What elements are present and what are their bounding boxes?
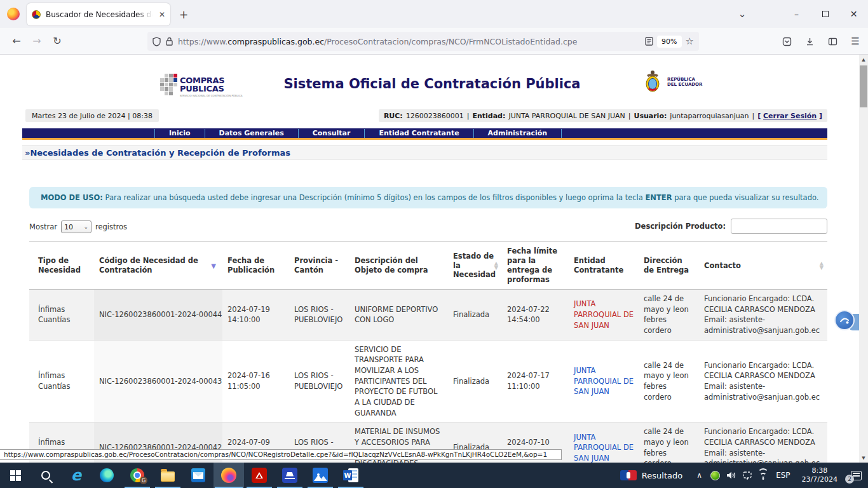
- new-tab-button[interactable]: +: [175, 6, 192, 23]
- entidad-link[interactable]: JUNTA PARROQUIAL DE SAN JUAN: [574, 299, 634, 329]
- taskbar-internet-explorer[interactable]: e: [61, 463, 92, 488]
- nav-item-consultar[interactable]: Consultar: [298, 129, 365, 138]
- save-to-pocket-icon[interactable]: [778, 32, 796, 50]
- window-close-button[interactable]: ✕: [839, 0, 868, 28]
- taskbar-file-explorer[interactable]: [153, 463, 183, 488]
- nav-item-inicio[interactable]: Inicio: [154, 129, 205, 138]
- ruc-label: RUC:: [384, 112, 403, 120]
- session-info-bar: RUC: 1260023860001 | Entidad: JUNTA PARR…: [379, 109, 827, 122]
- cast-device-icon[interactable]: [739, 463, 755, 488]
- col-header-estado[interactable]: Estado de la Necesidad▲▼: [448, 242, 502, 290]
- language-indicator[interactable]: ESP: [771, 471, 795, 480]
- col-header-entidad[interactable]: Entidad Contratante: [569, 242, 639, 290]
- nav-item-datos-generales[interactable]: Datos Generales: [205, 129, 298, 138]
- menu-hamburger-icon[interactable]: ☰: [846, 32, 864, 50]
- col-header-fecha-publicacion[interactable]: Fecha de Publicación: [222, 242, 289, 290]
- reader-view-icon[interactable]: [645, 37, 653, 46]
- forward-button[interactable]: →: [27, 32, 47, 51]
- sort-both-icon[interactable]: ▲▼: [494, 261, 498, 270]
- date-time-bar: Martes 23 de Julio de 2024 | 08:38: [25, 109, 159, 122]
- results-table: Tipo de Necesidad Código de Necesidad de…: [29, 241, 827, 463]
- col-header-provincia[interactable]: Provincia - Cantón: [289, 242, 349, 290]
- taskbar-word[interactable]: W: [336, 463, 366, 488]
- taskbar-acrobat[interactable]: [244, 463, 275, 488]
- taskbar-search-button[interactable]: [31, 463, 61, 488]
- entidad-link[interactable]: JUNTA PARROQUIAL DE SAN JUAN: [574, 366, 634, 396]
- col-header-descripcion[interactable]: Descripción del Objeto de compra: [349, 242, 448, 290]
- ruc-value: 1260023860001: [406, 112, 464, 120]
- logo-mosaic-icon: [160, 74, 177, 102]
- col-header-codigo[interactable]: Código de Necesidad de Contratación▼: [94, 242, 222, 290]
- lock-icon[interactable]: [166, 37, 173, 46]
- col-header-tipo[interactable]: Tipo de Necesidad: [29, 242, 94, 290]
- tab-close-icon[interactable]: ✕: [159, 10, 165, 19]
- separator: |: [628, 112, 631, 120]
- file-explorer-icon: [161, 471, 175, 482]
- taskbar-firefox-active[interactable]: [214, 463, 244, 488]
- logout-link[interactable]: [ Cerrar Sesión ]: [757, 112, 822, 120]
- antivirus-tray-icon[interactable]: [707, 463, 723, 488]
- scrollbar-thumb[interactable]: [860, 65, 867, 107]
- vertical-scrollbar[interactable]: ▲ ▼: [859, 55, 868, 463]
- taskbar-scanner-app[interactable]: [275, 463, 305, 488]
- zoom-level-badge[interactable]: 90%: [657, 36, 681, 48]
- news-widget-label[interactable]: Resultado: [642, 471, 682, 480]
- volume-icon[interactable]: [723, 463, 739, 488]
- url-text[interactable]: https://www.compraspublicas.gob.ec/Proce…: [178, 37, 645, 46]
- taskbar-clock[interactable]: 8:38 23/7/2024: [796, 466, 844, 484]
- reload-button[interactable]: ↻: [47, 32, 67, 51]
- sidebars-icon[interactable]: [824, 32, 841, 50]
- cell-direccion: calle 24 de mayo y leon febres cordero: [639, 290, 699, 341]
- nav-item-entidad-contratante[interactable]: Entidad Contratante: [364, 129, 473, 138]
- cell-fecha-publicacion: 2024-07-19 14:10:00: [222, 290, 289, 341]
- windows-taskbar: e G W Resultado ∧: [0, 463, 868, 488]
- separator: |: [467, 112, 470, 120]
- taskbar-photos[interactable]: [305, 463, 336, 488]
- url-bar[interactable]: https://www.compraspublicas.gob.ec/Proce…: [147, 32, 699, 51]
- firefox-view-icon[interactable]: [7, 8, 20, 20]
- window-maximize-button[interactable]: [811, 0, 839, 28]
- col-header-direccion[interactable]: Dirección de Entrega: [639, 242, 699, 290]
- wifi-icon[interactable]: [755, 463, 771, 488]
- browser-tab[interactable]: Buscador de Necesidades de Co ✕: [27, 3, 170, 25]
- sort-both-icon[interactable]: ▲▼: [820, 261, 824, 270]
- page-heading-bar: »Necesidades de Contratación y Recepción…: [22, 146, 827, 159]
- cell-entidad: JUNTA PARROQUIAL DE SAN JUAN: [569, 290, 639, 341]
- usage-tail: para que pueda visualizar su resultado.: [672, 193, 819, 202]
- scanner-app-icon: [282, 468, 297, 483]
- taskbar-edge[interactable]: [92, 463, 122, 488]
- tab-favicon-icon: [32, 10, 41, 19]
- col-header-contacto[interactable]: Contacto▲▼: [699, 242, 827, 290]
- list-tabs-icon[interactable]: ⌄: [731, 0, 754, 28]
- back-button[interactable]: ←: [6, 32, 27, 51]
- window-minimize-button[interactable]: –: [782, 0, 811, 28]
- col-header-fecha-limite[interactable]: Fecha límite para la entrega de proforma…: [502, 242, 569, 290]
- tracking-shield-icon[interactable]: [153, 37, 161, 46]
- records-per-page-value: 10: [64, 223, 73, 231]
- floating-widget-button[interactable]: [834, 310, 855, 330]
- records-per-page-select[interactable]: 10 ⌄: [61, 220, 92, 233]
- cell-tipo: Ínfimas Cuantías: [29, 340, 94, 423]
- firefox-icon: [221, 468, 236, 483]
- tray-chevron-up-icon[interactable]: ∧: [691, 463, 707, 488]
- usage-enter-label: ENTER: [645, 193, 672, 202]
- bookmark-star-icon[interactable]: ☆: [686, 36, 694, 47]
- start-button[interactable]: [0, 463, 31, 488]
- notification-center-button[interactable]: 2: [844, 463, 868, 488]
- browser-titlebar: Buscador de Necesidades de Co ✕ + ⌄ – ✕: [0, 0, 868, 28]
- taskbar-chrome[interactable]: G: [122, 463, 153, 488]
- news-widget-icon[interactable]: [620, 470, 637, 480]
- sort-descending-icon[interactable]: ▼: [211, 262, 216, 270]
- descripcion-producto-input[interactable]: [731, 219, 827, 234]
- link-status-tooltip: https://www.compraspublicas.gob.ec/Proce…: [0, 449, 562, 460]
- entidad-link[interactable]: JUNTA PARROQUIAL DE SAN JUAN: [574, 433, 634, 463]
- usuario-value: juntaparroquiasanjuan: [670, 112, 749, 120]
- ecuador-coat-of-arms-icon: [642, 69, 663, 95]
- edge-icon: [100, 468, 114, 482]
- nav-item-administracion[interactable]: Administración: [473, 129, 562, 138]
- scroll-down-icon[interactable]: ▼: [859, 453, 868, 463]
- search-icon: [41, 471, 50, 480]
- taskbar-mail[interactable]: [183, 463, 214, 488]
- downloads-icon[interactable]: [801, 32, 818, 50]
- scroll-up-icon[interactable]: ▲: [859, 55, 868, 64]
